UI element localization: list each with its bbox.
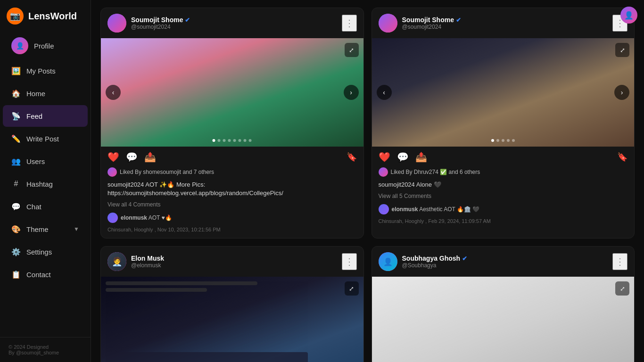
share-button[interactable]: 📤 [415,151,427,163]
app-logo[interactable]: 📷 LensWorld [0,0,91,32]
dot-5 [239,139,241,142]
like-button[interactable]: ❤️ [107,151,119,163]
liked-avatar [107,167,117,177]
contact-icon: 📋 [11,270,21,279]
sidebar-feed-label: Feed [26,112,42,120]
carousel-prev-button[interactable]: ‹ [106,85,121,100]
verified-badge: ✔ [462,255,467,262]
dot-6 [244,139,247,142]
post-header: Soumojit Shome ✔ @soumojit2024 ⋮ [101,8,363,38]
carousel-dots [491,139,515,142]
post-header: Soumojit Shome ✔ @soumojit2024 ⋮ [372,8,635,38]
chat-icon: 💬 [11,202,21,211]
sidebar-write-post-label: Write Post [26,135,59,143]
expand-button[interactable]: ⤢ [345,281,359,296]
sidebar-item-my-posts[interactable]: 🖼️ My Posts [3,60,88,82]
post-menu-button[interactable]: ⋮ [342,15,357,32]
post-image-wrapper: ⤢ [372,277,635,362]
post-user-info: Soubhagya Ghosh ✔ @Soubhagya [402,255,608,269]
post-liked-by: Liked By Dhruv274 ✅ and 6 others [372,167,635,180]
dot-2 [223,139,226,142]
sidebar-item-hashtag[interactable]: # Hashtag [3,173,88,195]
sidebar-profile-label: Profile [34,42,54,50]
main-feed: Soumojit Shome ✔ @soumojit2024 ⋮ ‹ › ⤢ [91,0,644,362]
topbar-user-avatar[interactable]: 👤 [620,7,637,24]
sidebar-item-users[interactable]: 👥 Users [3,150,88,172]
carousel-prev-button[interactable]: ‹ [377,85,392,100]
sidebar-item-write-post[interactable]: ✏️ Write Post [3,128,88,149]
post-handle: @soumojit2024 [402,24,608,30]
bookmark-button[interactable]: 🔖 [617,152,627,162]
comment-author-avatar [379,204,389,214]
post-menu-button[interactable]: ⋮ [342,253,357,270]
post-author-avatar: 🧑‍💼 [107,252,126,271]
carousel-next-button[interactable]: › [614,85,629,100]
sidebar-footer: © 2024 Designed By @soumojit_shome [0,337,91,362]
expand-button[interactable]: ⤢ [345,43,359,57]
dot-7 [249,139,252,142]
comment-button[interactable]: 💬 [126,151,138,163]
bookmark-button[interactable]: 🔖 [347,152,357,162]
logo-icon: 📷 [7,8,24,25]
post-author-avatar [379,14,397,33]
comment-text: elonmusk Aesthetic AOT 🔥🏛️ 🖤 [392,206,480,213]
sidebar-profile-avatar: 👤 [11,37,28,54]
sidebar-item-chat[interactable]: 💬 Chat [3,196,88,217]
write-post-icon: ✏️ [11,134,21,143]
dot-0 [213,139,215,142]
post-menu-button[interactable]: ⋮ [612,253,627,270]
post-handle: @elonmusk [131,262,337,269]
post-location-time: Chinsurah, Hooghly , Nov 10, 2023, 10:21… [101,225,363,238]
dot-4 [512,139,515,142]
sidebar-item-settings[interactable]: ⚙️ Settings [3,241,88,263]
settings-icon: ⚙️ [11,247,21,256]
sidebar-theme-label: Theme [26,225,49,233]
view-comments[interactable]: View all 5 Comments [372,192,635,202]
view-comments[interactable]: View all 4 Comments [101,200,363,211]
post-handle: @Soubhagya [402,262,608,269]
sidebar-item-contact[interactable]: 📋 Contact [3,263,88,285]
dot-1 [218,139,221,142]
share-button[interactable]: 📤 [144,151,156,163]
sidebar-my-posts-label: My Posts [26,67,56,75]
hashtag-icon: # [11,179,21,189]
comment-button[interactable]: 💬 [397,151,409,163]
expand-button[interactable]: ⤢ [615,281,629,296]
sidebar-item-home[interactable]: 🏠 Home [3,82,88,104]
footer-line1: © 2024 Designed [8,344,82,350]
expand-button[interactable]: ⤢ [615,43,629,57]
post-image [372,277,635,362]
liked-avatar [379,167,388,177]
sidebar-item-feed[interactable]: 📡 Feed [3,105,88,127]
verified-badge: ✔ [456,16,461,24]
carousel-next-button[interactable]: › [344,85,359,100]
post-card: 🧑‍💼 Elon Musk @elonmusk ⋮ [100,246,364,362]
home-icon: 🏠 [11,89,21,98]
verified-badge: ✔ [185,16,190,24]
my-posts-icon: 🖼️ [11,66,21,75]
sidebar-home-label: Home [26,90,45,98]
post-comment-preview: elonmusk Aesthetic AOT 🔥🏛️ 🖤 [372,202,635,216]
post-user-info: Soumojit Shome ✔ @soumojit2024 [402,16,608,30]
post-user-info: Soumojit Shome ✔ @soumojit2024 [131,16,337,30]
topbar-avatar-icon: 👤 [624,11,634,20]
post-image [372,38,635,147]
post-image-wrapper: ⤢ [101,277,363,362]
sidebar-item-profile[interactable]: 👤 Profile [3,33,88,59]
dot-1 [496,139,499,142]
post-caption: soumojit2024 AOT ✨🔥 More Pics: https://s… [101,180,363,200]
dot-0 [491,139,494,142]
post-liked-by: Liked By shomesoumojit and 7 others [101,167,363,180]
post-comment-preview: elonmusk AOT ♥🔥 [101,211,363,225]
post-caption: soumojit2024 Alone 🖤 [372,180,635,192]
post-location-time: Chinsurah, Hooghly , Feb 29, 2024, 11:09… [372,216,635,230]
dot-2 [502,139,504,142]
like-button[interactable]: ❤️ [379,151,390,163]
sidebar-item-theme[interactable]: 🎨 Theme ▼ [3,218,88,240]
post-username: Soubhagya Ghosh ✔ [402,255,608,262]
post-card: Soumojit Shome ✔ @soumojit2024 ⋮ ‹ › ⤢ [372,8,635,239]
comment-text: elonmusk AOT ♥🔥 [121,214,172,221]
dot-3 [507,139,510,142]
post-card: Soumojit Shome ✔ @soumojit2024 ⋮ ‹ › ⤢ [100,8,364,239]
feed-grid: Soumojit Shome ✔ @soumojit2024 ⋮ ‹ › ⤢ [100,8,635,362]
